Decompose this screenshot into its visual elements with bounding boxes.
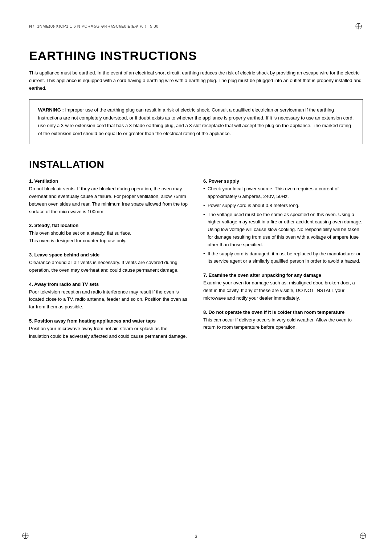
- install-item-6-list: Check your local power source. This oven…: [203, 185, 363, 265]
- install-item-2-title: 2. Steady, flat location: [29, 223, 189, 228]
- install-item-2: 2. Steady, flat location This oven shoul…: [29, 223, 189, 245]
- install-item-1-title: 1. Ventilation: [29, 178, 189, 184]
- earthing-title: EARTHING INSTRUCTIONS: [29, 49, 363, 63]
- installation-left-col: 1. Ventilation Do not block air vents. I…: [29, 178, 189, 347]
- install-item-8-body: This can occur if delivery occurs in ver…: [203, 316, 363, 332]
- install-item-5-body: Position your microwave away from hot ai…: [29, 325, 189, 340]
- installation-right-col: 6. Power supply Check your local power s…: [203, 178, 363, 347]
- install-item-3-body: Clearance around all air vents is necess…: [29, 259, 189, 274]
- page: N7: 1NME(0)(X)CP1 1 6 N PCR※5G ※RR§SC§E0…: [0, 0, 392, 555]
- install-item-7: 7. Examine the oven after unpacking for …: [203, 272, 363, 302]
- install-item-4-body: Poor television reception and radio inte…: [29, 288, 189, 311]
- footer: 3: [0, 532, 392, 540]
- earthing-intro: This appliance must be earthed. In the e…: [29, 69, 363, 92]
- list-item: Power supply cord is about 0.8 meters lo…: [203, 202, 363, 210]
- install-item-7-title: 7. Examine the oven after unpacking for …: [203, 272, 363, 278]
- list-item: The voltage used must be the same as spe…: [203, 211, 363, 249]
- footer-left-reg-mark: [22, 532, 33, 540]
- header-code: N7: 1NME(0)(X)CP1 1 6 N PCR※5G ※RR§SC§E0…: [29, 24, 159, 29]
- list-item: If the supply cord is damaged, it must b…: [203, 250, 363, 266]
- earthing-section: EARTHING INSTRUCTIONS This appliance mus…: [29, 49, 363, 144]
- warning-label: WARNING :: [38, 107, 64, 113]
- header-bar: N7: 1NME(0)(X)CP1 1 6 N PCR※5G ※RR§SC§E0…: [29, 22, 363, 31]
- install-item-4: 4. Away from radio and TV sets Poor tele…: [29, 281, 189, 311]
- install-item-8-title: 8. Do not operate the oven if it is cold…: [203, 309, 363, 315]
- install-item-4-title: 4. Away from radio and TV sets: [29, 281, 189, 287]
- install-item-3: 3. Leave space behind and side Clearance…: [29, 252, 189, 274]
- install-item-6-body: Check your local power source. This oven…: [203, 185, 363, 265]
- install-item-5: 5. Position away from heating appliances…: [29, 318, 189, 340]
- install-item-6: 6. Power supply Check your local power s…: [203, 178, 363, 265]
- footer-page-number: 3: [195, 534, 197, 539]
- install-item-5-title: 5. Position away from heating appliances…: [29, 318, 189, 324]
- list-item: Check your local power source. This oven…: [203, 185, 363, 200]
- installation-title: INSTALLATION: [29, 159, 363, 170]
- install-item-7-body: Examine your oven for damage such as: mi…: [203, 279, 363, 302]
- footer-right-reg-mark: [359, 532, 370, 540]
- install-item-2-body: This oven should be set on a steady, fla…: [29, 230, 189, 245]
- install-item-8: 8. Do not operate the oven if it is cold…: [203, 309, 363, 332]
- install-item-6-title: 6. Power supply: [203, 178, 363, 184]
- warning-box: WARNING : Improper use of the earthing p…: [29, 99, 363, 144]
- header-reg-mark: [354, 22, 363, 31]
- install-item-3-title: 3. Leave space behind and side: [29, 252, 189, 258]
- install-item-1: 1. Ventilation Do not block air vents. I…: [29, 178, 189, 215]
- install-item-1-body: Do not block air vents. If they are bloc…: [29, 185, 189, 215]
- warning-text: Improper use of the earthing plug can re…: [38, 107, 354, 136]
- installation-columns: 1. Ventilation Do not block air vents. I…: [29, 178, 363, 347]
- installation-section: INSTALLATION 1. Ventilation Do not block…: [29, 159, 363, 347]
